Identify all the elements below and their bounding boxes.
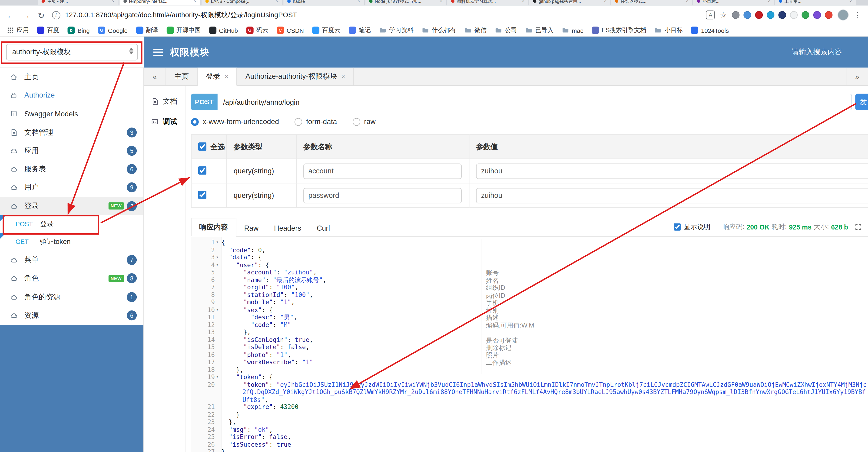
page-tab[interactable]: 主页 (166, 68, 197, 85)
bookmark-item[interactable]: 百度 (37, 26, 59, 34)
bookmark-item[interactable]: 百度云 (312, 26, 340, 34)
browser-tab[interactable]: temporary-interfac...× (120, 0, 200, 6)
url-text[interactable]: 127.0.0.1:8760/api/gate/doc.html#/author… (65, 10, 297, 20)
sidebar-item-角色[interactable]: 角色NEW8 (0, 269, 144, 288)
page-tab[interactable]: Authorize-authority-权限模块× (237, 68, 354, 85)
sidebar-item-主页[interactable]: 主页 (0, 68, 144, 86)
omnibox[interactable]: i 127.0.0.1:8760/api/gate/doc.html#/auth… (52, 10, 699, 20)
page-info-icon[interactable]: i (52, 11, 60, 19)
radio-icon[interactable] (294, 118, 302, 125)
response-tab[interactable]: Headers (266, 220, 309, 236)
content-type-option[interactable]: raw (352, 117, 376, 126)
bookmark-item[interactable]: 笔记 (349, 26, 371, 34)
tab-close-icon[interactable]: × (604, 0, 606, 3)
param-value-input[interactable] (476, 188, 868, 203)
fold-arrow-icon[interactable]: ▾ (215, 306, 220, 314)
extension-icon-2[interactable] (743, 11, 751, 19)
tab-close-icon[interactable]: × (685, 0, 688, 3)
tab-close-icon[interactable]: × (276, 0, 278, 3)
fold-arrow-icon[interactable]: ▾ (215, 254, 220, 261)
bookmark-item[interactable]: 开源中国 (166, 26, 201, 34)
tab-close-icon[interactable]: × (849, 0, 852, 3)
tab-close-icon[interactable]: × (767, 0, 770, 3)
extension-icon-7[interactable] (802, 11, 809, 19)
profile-avatar[interactable] (838, 9, 849, 21)
sidebar-item-角色的资源[interactable]: 角色的资源1 (0, 288, 144, 306)
browser-tab[interactable]: LANB - Compose(...× (202, 0, 282, 6)
response-tab[interactable]: Curl (309, 220, 338, 236)
param-name-input[interactable] (303, 163, 462, 179)
tab-close-icon[interactable]: × (358, 0, 360, 3)
bookmark-item[interactable]: 微信 (464, 26, 487, 34)
tab-scroll-left[interactable]: « (144, 68, 166, 85)
bookmark-item[interactable]: CCSDN (277, 27, 304, 34)
tab-close-icon[interactable]: × (440, 0, 442, 3)
param-name-input[interactable] (303, 188, 462, 203)
module-select[interactable]: authority-权限模块 (6, 44, 138, 60)
sidebar-item-应用[interactable]: 应用5 (0, 142, 144, 160)
param-checkbox[interactable] (198, 190, 207, 199)
sidebar-item-authorize[interactable]: Authorize (0, 86, 144, 105)
bookmark-item[interactable]: ES搜索引擎文档 (592, 26, 646, 34)
sidebar-item-用户[interactable]: 用户9 (0, 178, 144, 197)
param-value-input[interactable] (476, 163, 868, 179)
browser-tab[interactable]: 工具集...× (775, 0, 856, 6)
back-icon[interactable]: ← (7, 11, 15, 19)
content-type-option[interactable]: form-data (294, 117, 337, 126)
bookmark-item[interactable]: 1024Tools (691, 27, 729, 34)
bookmark-item[interactable]: mac (562, 27, 583, 34)
bookmark-item[interactable]: 翻译 (136, 26, 158, 34)
extension-icon-4[interactable] (767, 11, 774, 19)
extension-icon-9[interactable] (825, 11, 832, 19)
rail-item-debug[interactable]: 调试 (144, 112, 185, 132)
extension-icon-8[interactable] (813, 11, 821, 19)
bookmark-item[interactable]: 应用 (7, 26, 29, 34)
reload-icon[interactable]: ↻ (38, 11, 44, 19)
sidebar-item-swagger-models[interactable]: Swagger Models (0, 105, 144, 123)
browser-tab[interactable]: 主页 - 建...× (38, 0, 119, 6)
fold-arrow-icon[interactable]: ▾ (215, 373, 220, 381)
bookmark-item[interactable]: 已导入 (525, 26, 554, 34)
browser-tab[interactable]: Node.js 设计模式与实...× (365, 0, 446, 6)
extension-icon-6[interactable] (790, 11, 798, 19)
bookmark-item[interactable]: 小目标 (655, 26, 683, 34)
sidebar-api-get-item[interactable]: GET验证token (0, 233, 144, 251)
tab-close-icon[interactable]: × (341, 73, 345, 80)
rail-item-doc[interactable]: 文档 (144, 91, 185, 112)
bookmark-item[interactable]: GitHub (209, 27, 238, 34)
param-checkbox[interactable] (198, 166, 207, 174)
show-description-checkbox[interactable] (674, 223, 681, 231)
bookmark-item[interactable]: 什么都有 (422, 26, 456, 34)
sidebar-item-服务表[interactable]: 服务表6 (0, 160, 144, 178)
sidebar-item-资源[interactable]: 资源6 (0, 306, 144, 324)
menu-toggle-icon[interactable] (153, 49, 163, 56)
extension-icon-5[interactable] (778, 11, 786, 19)
fullscreen-icon[interactable] (855, 224, 861, 230)
tab-close-icon[interactable]: × (194, 0, 196, 3)
page-tab[interactable]: 登录× (197, 68, 237, 86)
sidebar-item-文档管理[interactable]: 文档管理3 (0, 123, 144, 141)
sidebar-item-登录[interactable]: 登录NEW2 (0, 197, 144, 215)
tab-scroll-right[interactable]: » (846, 68, 868, 85)
sidebar-item-菜单[interactable]: 菜单7 (0, 251, 144, 269)
forward-icon[interactable]: → (22, 11, 30, 19)
response-tab[interactable]: 响应内容 (191, 218, 237, 237)
content-type-option[interactable]: x-www-form-urlencoded (191, 117, 279, 126)
select-all-checkbox[interactable] (198, 142, 207, 151)
browser-tab[interactable]: 装饰器模式...× (611, 0, 692, 6)
header-search-input[interactable]: 请输入搜索内容 (792, 47, 842, 57)
browser-tab[interactable]: github pages搭建博...× (529, 0, 610, 6)
tab-close-icon[interactable]: × (112, 0, 115, 3)
sidebar-api-post-item[interactable]: POST登录 (0, 215, 144, 233)
tab-close-icon[interactable]: × (225, 73, 228, 80)
bookmark-item[interactable]: 学习资料 (379, 26, 413, 34)
browser-menu-icon[interactable]: ⋮ (854, 10, 861, 19)
translate-icon[interactable]: A (706, 10, 715, 19)
send-button[interactable]: 发 (855, 93, 868, 110)
bookmark-item[interactable]: bBing (68, 27, 90, 34)
browser-tab[interactable]: 小目标...× (693, 0, 774, 6)
bookmark-star-icon[interactable]: ☆ (720, 10, 727, 19)
extension-icon-1[interactable] (732, 11, 739, 19)
bookmark-item[interactable]: G码云 (246, 26, 268, 34)
extension-icon-3[interactable] (755, 11, 763, 19)
